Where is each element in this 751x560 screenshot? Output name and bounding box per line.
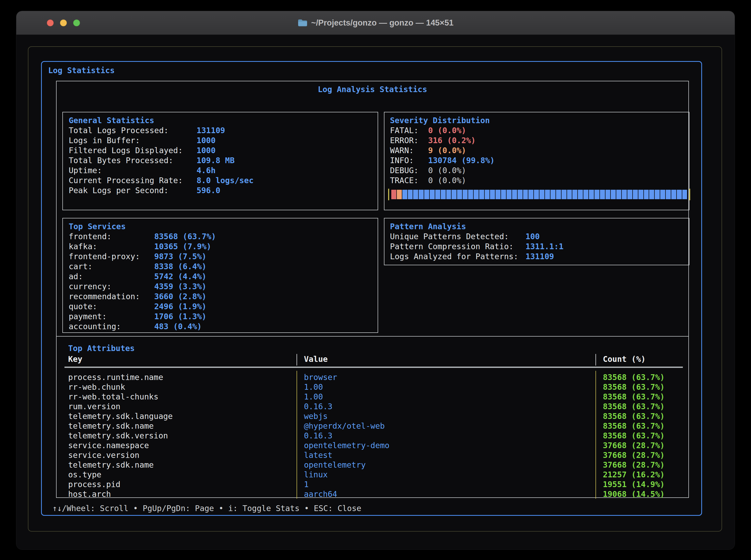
table-cell-value: browser: [304, 372, 337, 382]
pattern-analysis-title: Pattern Analysis: [390, 222, 689, 232]
minimize-button[interactable]: [60, 19, 67, 26]
table-cell-count: 21257 (16.2%): [603, 470, 665, 479]
severity-distribution-panel: Severity Distribution FATAL:0 (0.0%)ERRO…: [384, 112, 689, 210]
severity-bar-blocks: [391, 190, 687, 199]
table-cell-key: rum.version: [68, 402, 121, 411]
table-row: telemetry.sdk.languagewebjs83568 (63.7%): [57, 411, 688, 421]
stat-label: quote:: [69, 302, 154, 312]
table-row: rr-web.total-chunks1.0083568 (63.7%): [57, 392, 688, 402]
table-cell-count: 83568 (63.7%): [603, 392, 665, 402]
severity-bar-left-tick: [388, 189, 389, 200]
severity-bar-block: [485, 190, 490, 199]
severity-bar-block: [424, 190, 429, 199]
stat-row: recommendation:3660 (2.8%): [69, 292, 378, 302]
severity-bar-block: [627, 190, 632, 199]
severity-bar-block: [474, 190, 479, 199]
table-cell-value: 1.00: [304, 392, 323, 402]
table-row: service.versionlatest37668 (28.7%): [57, 450, 688, 460]
severity-bar-block: [446, 190, 451, 199]
severity-bar-block: [660, 190, 665, 199]
stat-label: Total Bytes Processed:: [69, 156, 197, 165]
attributes-table-header: Key Value Count (%): [57, 355, 688, 365]
severity-bar-block: [463, 190, 468, 199]
column-header-count: Count (%): [603, 355, 646, 364]
severity-bar-block: [402, 190, 407, 199]
severity-bar-block: [633, 190, 638, 199]
stat-label: Logs in Buffer:: [69, 136, 197, 145]
severity-bar-block: [556, 190, 561, 199]
table-cell-key: rr-web.chunk: [68, 382, 125, 392]
stat-label: ERROR:: [390, 136, 428, 145]
stat-label: cart:: [69, 262, 154, 272]
terminal-content[interactable]: Log Statistics Log Analysis Statistics G…: [16, 35, 735, 549]
table-cell-key: service.namespace: [68, 441, 149, 450]
severity-bar-block: [528, 190, 533, 199]
table-cell-count: 83568 (63.7%): [603, 421, 665, 431]
severity-bar-block: [507, 190, 511, 199]
table-cell-key: telemetry.sdk.version: [68, 431, 168, 441]
stat-label: Logs Analyzed for Patterns:: [390, 252, 526, 262]
table-header-rule: [64, 366, 683, 368]
stat-row: Logs in Buffer:1000: [69, 136, 378, 145]
stat-row: cart:8338 (6.4%): [69, 262, 378, 272]
severity-bar-block: [441, 190, 446, 199]
severity-bar-block: [534, 190, 539, 199]
severity-bar-block: [408, 190, 413, 199]
stat-label: TRACE:: [390, 176, 428, 185]
zoom-button[interactable]: [73, 19, 80, 26]
pattern-analysis-rows: Unique Patterns Detected:100Pattern Comp…: [390, 232, 689, 262]
stat-value: 9 (0.0%): [428, 146, 466, 155]
stats-container: Log Analysis Statistics General Statisti…: [56, 81, 689, 498]
severity-bar-block: [562, 190, 567, 199]
close-button[interactable]: [47, 19, 54, 26]
stat-label: Uptime:: [69, 165, 197, 176]
severity-bar-right-tick: [689, 189, 690, 200]
stat-value: 131109: [197, 126, 225, 135]
table-cell-value: webjs: [304, 411, 328, 421]
attributes-table-body: process.runtime.namebrowser83568 (63.7%)…: [57, 372, 688, 499]
severity-bar-block: [391, 190, 396, 199]
stat-row: ERROR:316 (0.2%): [390, 136, 689, 145]
severity-bar-block: [517, 190, 523, 199]
table-cell-value: linux: [304, 470, 328, 479]
table-cell-count: 37668 (28.7%): [603, 450, 665, 460]
severity-bar-block: [479, 190, 484, 199]
stat-row: frontend-proxy:9873 (7.5%): [69, 252, 378, 262]
table-cell-count: 19068 (14.5%): [603, 489, 665, 499]
table-cell-key: os.type: [68, 470, 101, 479]
window-titlebar[interactable]: ~/Projects/gonzo — gonzo — 145×51: [16, 11, 735, 35]
stat-label: frontend-proxy:: [69, 252, 154, 262]
table-cell-value: 0.16.3: [304, 431, 332, 441]
severity-bar-block: [435, 190, 440, 199]
severity-bar-block: [649, 190, 654, 199]
table-row: host.archaarch6419068 (14.5%): [57, 489, 688, 499]
table-cell-key: service.version: [68, 450, 140, 460]
stat-label: accounting:: [69, 322, 154, 332]
severity-bar-block: [572, 190, 577, 199]
table-cell-count: 83568 (63.7%): [603, 372, 665, 382]
general-statistics-title: General Statistics: [69, 116, 378, 125]
table-cell-count: 83568 (63.7%): [603, 431, 665, 441]
pattern-analysis-panel: Pattern Analysis Unique Patterns Detecte…: [384, 218, 689, 265]
severity-bar-block: [523, 190, 528, 199]
stat-value: 3660 (2.8%): [154, 292, 207, 301]
severity-bar-block: [512, 190, 517, 199]
stat-row: quote:2496 (1.9%): [69, 302, 378, 312]
stat-label: FATAL:: [390, 125, 428, 136]
window-title-text: ~/Projects/gonzo — gonzo — 145×51: [311, 18, 454, 28]
stat-value: 483 (0.4%): [154, 322, 202, 331]
severity-bar-block: [550, 190, 555, 199]
stat-row: Uptime:4.6h: [69, 165, 378, 176]
severity-bar-block: [413, 190, 418, 199]
column-header-key: Key: [68, 355, 82, 364]
stat-value: 131109: [526, 252, 554, 261]
stat-value: 1311.1:1: [526, 242, 564, 251]
log-statistics-modal: Log Statistics Log Analysis Statistics G…: [41, 61, 702, 516]
table-cell-count: 83568 (63.7%): [603, 402, 665, 411]
stat-value: 8338 (6.4%): [154, 262, 207, 271]
top-services-panel: Top Services frontend:83568 (63.7%)kafka…: [62, 218, 378, 333]
stat-label: Current Processing Rate:: [69, 176, 197, 185]
stat-value: 4.6h: [197, 166, 216, 175]
modal-label: Log Statistics: [48, 65, 115, 76]
table-cell-value: latest: [304, 450, 332, 460]
